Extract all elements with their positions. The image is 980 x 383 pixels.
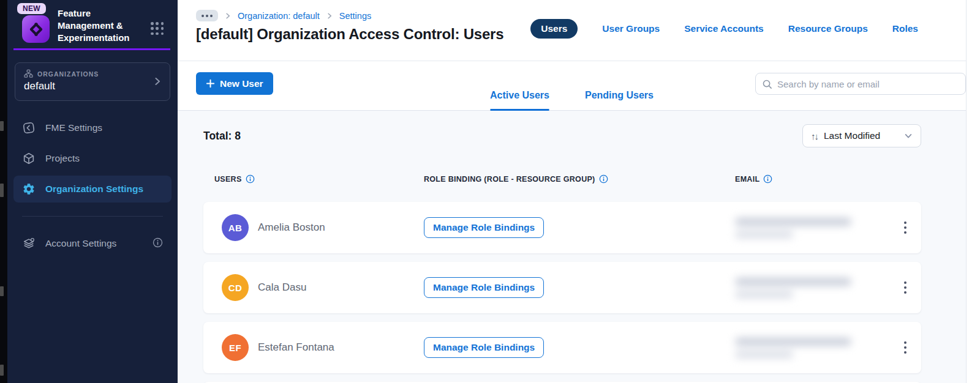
sidebar-item-organization-settings[interactable]: Organization Settings — [13, 176, 172, 203]
table-row: AB Amelia Boston Manage Role Bindings — [203, 202, 921, 253]
page-title: [default] Organization Access Control: U… — [196, 26, 503, 43]
info-icon[interactable] — [763, 174, 772, 184]
manage-role-bindings-button[interactable]: Manage Role Bindings — [424, 277, 544, 298]
main-content: Organization: default Settings [default]… — [178, 0, 967, 383]
avatar: CD — [222, 274, 249, 301]
column-header-email: EMAIL — [735, 174, 889, 184]
edge-artifact — [0, 365, 4, 376]
row-menu-kebab-icon[interactable] — [900, 338, 911, 358]
page-header: Organization: default Settings [default]… — [178, 0, 966, 61]
row-menu-kebab-icon[interactable] — [900, 218, 911, 238]
app-title: Feature Management & Experimentation — [58, 7, 149, 44]
row-menu-kebab-icon[interactable] — [900, 278, 911, 298]
users-panel: Total: 8 ↑↓ Last Modified USERS ROLE BIN… — [178, 111, 966, 383]
tab-user-groups[interactable]: User Groups — [602, 23, 660, 34]
user-name: Estefan Fontana — [258, 341, 334, 354]
breadcrumb: Organization: default Settings — [196, 10, 371, 21]
search-icon — [762, 79, 772, 89]
sidebar-item-label: Organization Settings — [45, 184, 143, 195]
sidebar-item-label: Projects — [45, 153, 80, 164]
account-settings-info-icon[interactable] — [153, 237, 163, 250]
organization-selector[interactable]: ORGANIZATIONS default — [15, 62, 170, 101]
fme-settings-icon — [22, 121, 36, 135]
sidebar-item-projects[interactable]: Projects — [13, 145, 172, 172]
toolbar: New User Active Users Pending Users — [178, 61, 966, 111]
table-header-row: USERS ROLE BINDING (ROLE - RESOURCE GROU… — [203, 174, 921, 184]
table-row: EF Estefan Fontana Manage Role Bindings — [203, 322, 921, 373]
org-selector-label: ORGANIZATIONS — [37, 70, 99, 78]
sort-arrows-icon: ↑↓ — [811, 131, 818, 141]
edge-artifact — [0, 286, 4, 296]
split-logo-icon — [27, 20, 45, 39]
header-accent-rule — [13, 48, 170, 50]
breadcrumb-link-settings[interactable]: Settings — [339, 11, 371, 21]
gear-icon — [22, 182, 36, 196]
sidebar-item-account-settings[interactable]: Account Settings — [13, 230, 172, 257]
search-input[interactable] — [777, 79, 959, 89]
org-selector-value: default — [24, 80, 161, 92]
edge-artifact — [0, 184, 4, 197]
edge-artifact — [0, 121, 4, 131]
sidebar-item-label: Account Settings — [45, 238, 116, 249]
new-user-button-label: New User — [220, 78, 263, 89]
sidebar-header: NEW Feature Management & Experimentation — [7, 0, 178, 54]
split-logo — [22, 15, 50, 43]
layers-gear-icon — [22, 237, 36, 250]
chevron-right-icon — [224, 12, 232, 20]
info-icon[interactable] — [246, 174, 255, 184]
tab-users[interactable]: Users — [530, 19, 578, 39]
avatar: EF — [222, 334, 249, 361]
column-header-users: USERS — [203, 174, 424, 184]
chevron-right-icon — [153, 76, 162, 86]
chevron-down-icon — [904, 132, 913, 140]
user-view-tabs: Active Users Pending Users — [490, 90, 654, 111]
manage-role-bindings-button[interactable]: Manage Role Bindings — [424, 337, 544, 358]
breadcrumb-link-organization[interactable]: Organization: default — [238, 11, 320, 21]
tab-service-accounts[interactable]: Service Accounts — [684, 23, 764, 34]
user-name: Cala Dasu — [258, 281, 306, 294]
projects-cube-icon — [22, 152, 36, 165]
manage-role-bindings-button[interactable]: Manage Role Bindings — [424, 217, 544, 238]
app-switcher-icon[interactable] — [151, 22, 164, 35]
sidebar-divider — [22, 216, 163, 217]
sidebar-item-fme-settings[interactable]: FME Settings — [13, 114, 172, 141]
sidebar-nav: FME Settings Projects Organization Setti… — [7, 114, 178, 257]
email-redacted — [735, 278, 864, 298]
users-table: AB Amelia Boston Manage Role Bindings CD… — [203, 202, 921, 383]
new-badge: NEW — [17, 3, 46, 14]
org-hierarchy-icon — [24, 69, 33, 78]
total-count: Total: 8 — [203, 130, 241, 143]
sidebar-item-label: FME Settings — [45, 122, 102, 133]
new-user-button[interactable]: New User — [196, 72, 273, 95]
sidebar: NEW Feature Management & Experimentation… — [7, 0, 178, 383]
email-redacted — [735, 338, 864, 358]
email-redacted — [735, 218, 864, 238]
sort-dropdown-value: Last Modified — [824, 130, 880, 141]
screen-edge-strip — [0, 0, 7, 383]
chevron-right-icon — [326, 12, 333, 20]
search-box — [755, 73, 966, 95]
info-icon[interactable] — [599, 174, 608, 184]
tab-pending-users[interactable]: Pending Users — [585, 90, 654, 111]
tab-roles[interactable]: Roles — [892, 23, 918, 34]
tab-resource-groups[interactable]: Resource Groups — [788, 23, 868, 34]
access-control-tabs: Users User Groups Service Accounts Resou… — [530, 19, 918, 39]
table-row: CD Cala Dasu Manage Role Bindings — [203, 262, 921, 313]
column-header-role-binding: ROLE BINDING (ROLE - RESOURCE GROUP) — [424, 174, 735, 184]
sort-dropdown[interactable]: ↑↓ Last Modified — [802, 124, 921, 147]
avatar: AB — [222, 214, 249, 241]
user-name: Amelia Boston — [258, 221, 325, 234]
tab-active-users[interactable]: Active Users — [490, 90, 549, 111]
plus-icon — [206, 79, 215, 88]
breadcrumb-ellipsis[interactable] — [196, 10, 218, 21]
